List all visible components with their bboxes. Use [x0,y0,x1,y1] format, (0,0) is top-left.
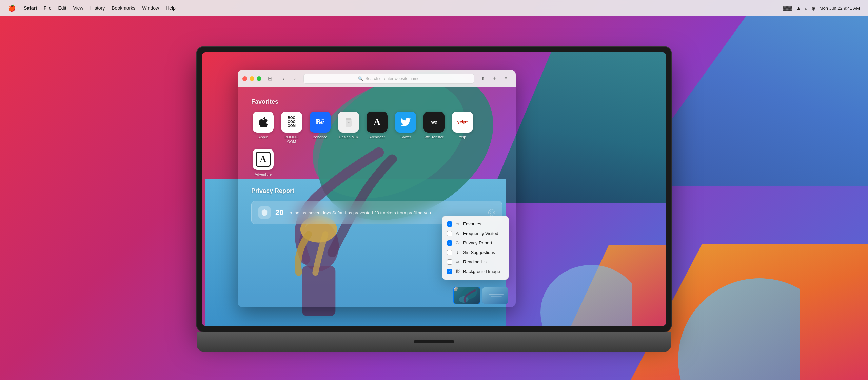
fav-item-yelp[interactable]: yelp* Yelp [451,112,474,144]
fav-item-apple[interactable]: Apple [251,112,275,144]
customize-item-reading-list[interactable]: ∞ Reading List [442,257,509,267]
favorites-checkbox[interactable]: ✓ [447,221,452,227]
svg-rect-10 [482,287,508,304]
screen-outer: ⊟ ‹ › 🔍 Search or enter website name ⬆ +… [197,47,671,332]
fav-icon-boooooom: BOOOOOOOM [281,112,302,133]
favorites-grid: Apple BOOOOOOOM BOOOOOOM [251,112,502,177]
customize-item-favorites[interactable]: ✓ ☆ Favorites [442,219,509,229]
safari-window: ⊟ ‹ › 🔍 Search or enter website name ⬆ +… [238,70,516,307]
menubar-history[interactable]: History [90,5,105,11]
customize-item-frequently-visited[interactable]: ⊙ Frequently Visited [442,229,509,238]
privacy-report-title: Privacy Report [251,187,502,195]
menubar: 🍎 Safari File Edit View History Bookmark… [0,0,868,16]
fav-label-twitter: Twitter [400,135,411,139]
customize-item-privacy-report[interactable]: ✓ 🛡 Privacy Report [442,238,509,248]
thumbnail-1[interactable]: ✕ [453,287,480,304]
fav-icon-behance: Bē [310,112,331,133]
thumbnail-1-preview [454,287,480,304]
customize-label-reading-list: Reading List [463,259,488,264]
mic-icon: 🎙 [455,250,460,255]
back-button[interactable]: ‹ [278,74,289,83]
svg-rect-6 [346,120,352,127]
customize-label-privacy-report: Privacy Report [463,240,492,245]
reading-list-checkbox[interactable] [447,259,452,265]
new-tab-button[interactable]: + [489,74,499,83]
share-button[interactable]: ⬆ [478,74,488,83]
privacy-report-checkbox[interactable]: ✓ [447,240,452,246]
fav-label-design-milk: Design Milk [339,135,358,139]
fav-item-wetransfer[interactable]: we WeTransfer [422,112,446,144]
screen-inner: ⊟ ‹ › 🔍 Search or enter website name ⬆ +… [202,52,666,326]
shield-sm-icon: 🛡 [455,240,460,246]
traffic-lights [242,76,261,81]
close-button[interactable] [242,76,247,81]
menubar-help[interactable]: Help [166,5,176,11]
minimize-button[interactable] [250,76,254,81]
fav-item-adventure[interactable]: A Adventure [251,149,275,177]
background-image-checkbox[interactable]: ✓ [447,269,452,274]
fav-item-twitter[interactable]: Twitter [394,112,417,144]
address-placeholder: Search or enter website name [365,76,419,81]
clock-icon: ⊙ [455,231,460,236]
privacy-info-button[interactable]: ⓘ [488,209,495,216]
fav-item-behance[interactable]: Bē Behance [308,112,332,144]
behance-logo: Bē [316,117,325,126]
macbook-frame: ⊟ ‹ › 🔍 Search or enter website name ⬆ +… [197,47,671,352]
fav-icon-design-milk [338,112,359,133]
siri-suggestions-checkbox[interactable] [447,250,452,255]
wetransfer-logo: we [431,119,437,125]
fullscreen-button[interactable] [257,76,261,81]
infinity-icon: ∞ [455,259,460,265]
privacy-message: In the last seven days Safari has preven… [288,210,484,215]
apple-logo-icon [257,116,270,128]
customize-label-favorites: Favorites [463,221,481,226]
thumb-preview-svg-2 [482,287,508,304]
fav-item-design-milk[interactable]: Design Milk [337,112,360,144]
fav-item-boooooom[interactable]: BOOOOOOOM BOOOOOOM [280,112,303,144]
fav-label-wetransfer: WeTransfer [425,135,444,139]
tracker-count: 20 [275,208,283,217]
address-bar[interactable]: 🔍 Search or enter website name [303,74,474,84]
svg-rect-12 [491,296,502,297]
thumbnail-2-preview [482,287,508,304]
search-magnifier-icon: 🔍 [358,76,363,81]
shield-icon [261,209,268,216]
frequently-visited-checkbox[interactable] [447,231,452,236]
archinect-logo: A [374,117,380,127]
menubar-bookmarks[interactable]: Bookmarks [112,5,135,11]
menubar-app-name[interactable]: Safari [24,5,37,11]
search-icon[interactable]: ⌕ [805,6,808,11]
user-icon[interactable]: ◉ [812,6,815,11]
menubar-view[interactable]: View [73,5,83,11]
fav-icon-apple [253,112,274,133]
customize-label-frequently-visited: Frequently Visited [463,231,498,236]
apple-menu-icon[interactable]: 🍎 [8,4,16,12]
tab-overview-button[interactable]: ⊞ [501,74,511,83]
menubar-window[interactable]: Window [142,5,159,11]
fav-icon-twitter [395,112,416,133]
macbook-notch [414,340,454,343]
wifi-icon: ▲ [796,6,801,11]
boooooom-text: BOOOOOOOM [288,116,296,128]
fav-icon-adventure: A [253,149,274,170]
customize-item-siri-suggestions[interactable]: 🎙 Siri Suggestions [442,248,509,257]
fav-label-archinect: Archinect [369,135,385,139]
datetime-display: Mon Jun 22 9:41 AM [820,6,860,11]
thumbnail-strip: ✕ [453,287,509,304]
favorites-section: Favorites Apple [251,98,502,177]
yelp-logo: yelp* [457,119,468,124]
menubar-edit[interactable]: Edit [58,5,66,11]
favorites-title: Favorites [251,98,502,105]
customize-panel: ✓ ☆ Favorites ⊙ Frequently Visited ✓ [442,216,509,280]
customize-label-background-image: Background Image [463,269,500,274]
adventure-logo: A [256,152,271,167]
customize-item-background-image[interactable]: ✓ 🖼 Background Image [442,267,509,276]
menubar-file[interactable]: File [44,5,52,11]
forward-button[interactable]: › [290,74,300,83]
thumbnail-2[interactable] [482,287,509,304]
fav-label-boooooom: BOOOOOOM [284,135,299,144]
fav-label-yelp: Yelp [459,135,466,139]
fav-item-archinect[interactable]: A Archinect [365,112,389,144]
fav-icon-wetransfer: we [423,112,445,133]
sidebar-toggle-button[interactable]: ⊟ [265,74,275,83]
